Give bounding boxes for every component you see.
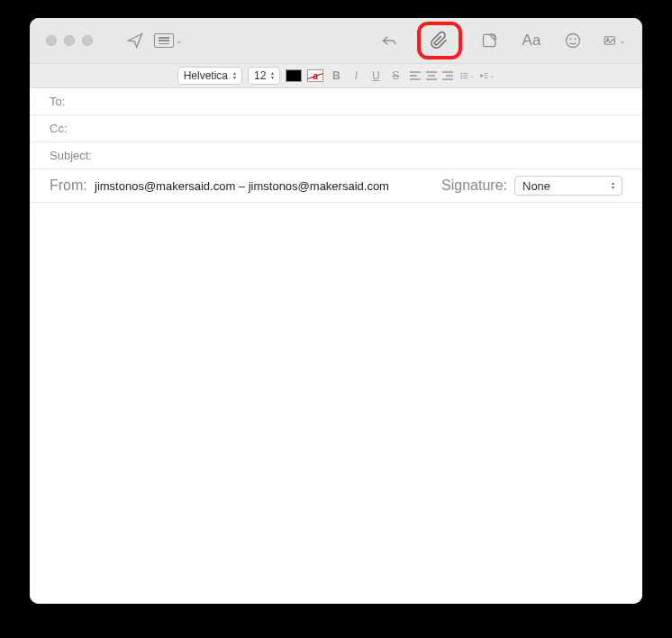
emoji-icon[interactable] <box>561 29 585 52</box>
close-dot[interactable] <box>46 35 57 46</box>
cc-field-row[interactable]: Cc: <box>30 115 642 142</box>
titlebar: ⌄ Aa ⌄ <box>30 18 642 63</box>
underline-button[interactable]: U <box>368 68 383 83</box>
align-center-icon[interactable] <box>424 68 439 83</box>
signature-label: Signature: <box>441 178 507 194</box>
to-label: To: <box>50 95 102 108</box>
svg-point-1 <box>567 34 580 48</box>
from-value[interactable]: jimstonos@makersaid.com – jimstonos@make… <box>95 179 389 193</box>
reply-icon[interactable] <box>377 29 401 52</box>
font-family-select[interactable]: Helvetica ▴▾ <box>177 67 242 85</box>
from-field-row: From: jimstonos@makersaid.com – jimstono… <box>30 169 642 203</box>
svg-point-3 <box>575 39 576 40</box>
zoom-dot[interactable] <box>82 35 93 46</box>
message-body[interactable] <box>30 203 642 604</box>
minimize-dot[interactable] <box>64 35 75 46</box>
svg-rect-4 <box>604 37 614 45</box>
bg-color-swatch[interactable]: a <box>307 69 323 82</box>
compose-window: ⌄ Aa ⌄ <box>30 18 642 604</box>
signature-select[interactable]: None ▴▾ <box>514 176 622 196</box>
attachment-icon[interactable] <box>428 29 451 52</box>
traffic-lights <box>46 35 93 46</box>
font-size-select[interactable]: 12 ▴▾ <box>248 67 280 85</box>
photo-browser-icon[interactable]: ⌄ <box>603 29 626 52</box>
cc-label: Cc: <box>50 122 102 135</box>
to-field-row[interactable]: To: <box>30 88 642 115</box>
align-group <box>408 68 455 83</box>
bold-button[interactable]: B <box>329 68 343 83</box>
list-button[interactable]: ⌄ <box>460 68 475 83</box>
indent-button[interactable]: ⌄ <box>480 68 495 83</box>
svg-point-17 <box>461 75 462 76</box>
message-headers: To: Cc: Subject: From: jimstonos@makersa… <box>30 88 642 203</box>
svg-point-19 <box>461 77 462 78</box>
send-icon[interactable] <box>123 29 147 52</box>
stationery-button[interactable]: ⌄ <box>154 33 183 48</box>
italic-button[interactable]: I <box>349 68 363 83</box>
svg-point-15 <box>461 73 462 74</box>
align-left-icon[interactable] <box>408 68 422 83</box>
from-label: From: <box>50 178 87 194</box>
align-right-icon[interactable] <box>440 68 455 83</box>
attachment-highlight <box>417 22 462 59</box>
subject-field-row[interactable]: Subject: <box>30 142 642 169</box>
markup-icon[interactable] <box>478 29 502 52</box>
svg-point-2 <box>570 39 571 40</box>
subject-label: Subject: <box>50 149 102 162</box>
strike-button[interactable]: S <box>388 68 403 83</box>
font-format-icon[interactable]: Aa <box>520 29 543 52</box>
format-bar: Helvetica ▴▾ 12 ▴▾ a B I U S ⌄ ⌄ <box>30 63 642 88</box>
text-color-swatch[interactable] <box>286 69 302 82</box>
